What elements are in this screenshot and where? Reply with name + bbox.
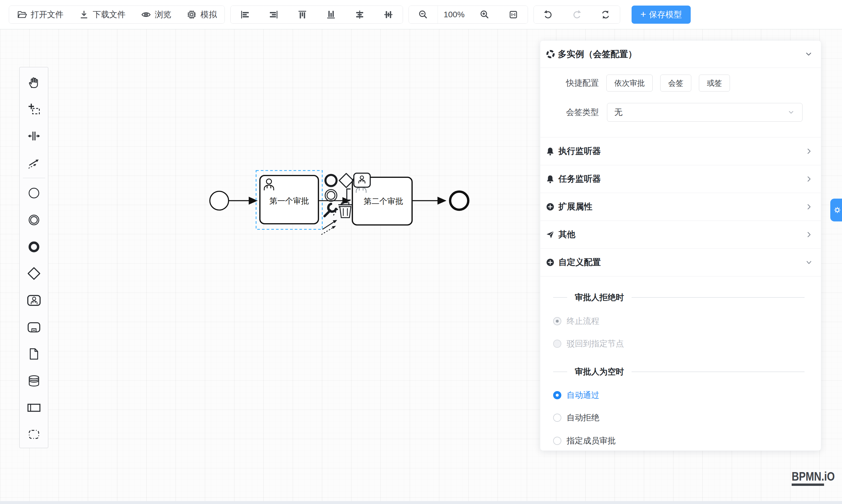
append-gateway-icon[interactable] xyxy=(339,174,353,187)
reset-button[interactable] xyxy=(591,6,620,23)
download-file-button[interactable]: 下载文件 xyxy=(71,6,133,23)
quick-option-countersign[interactable]: 会签 xyxy=(660,75,691,92)
start-event-shape[interactable] xyxy=(210,191,229,210)
append-intermediate-event-icon[interactable] xyxy=(325,190,337,201)
task-first-approval[interactable]: 第一个审批 xyxy=(260,176,318,224)
panel-header[interactable]: 多实例（会签配置） xyxy=(540,41,821,68)
radio-button[interactable] xyxy=(553,414,561,422)
radio-button[interactable] xyxy=(553,437,561,445)
open-file-button[interactable]: 打开文件 xyxy=(9,6,71,23)
open-file-label: 打开文件 xyxy=(31,9,64,20)
palette-data-store[interactable] xyxy=(20,367,48,394)
section-other[interactable]: 其他 xyxy=(540,220,821,248)
reject-subheading: 审批人拒绝时 xyxy=(540,287,821,308)
sign-type-label: 会签类型 xyxy=(540,107,599,118)
palette-intermediate-event[interactable] xyxy=(20,206,48,233)
section-extended-properties[interactable]: 扩展属性 xyxy=(540,193,821,220)
quick-option-sequential[interactable]: 依次审批 xyxy=(607,75,653,92)
align-top-icon xyxy=(297,10,308,20)
multi-instance-icon xyxy=(545,49,556,59)
bpmn-io-logo[interactable]: BPMN.iO xyxy=(792,470,835,486)
palette-user-task[interactable] xyxy=(20,287,48,314)
divider xyxy=(540,68,821,68)
palette-subprocess[interactable] xyxy=(20,314,48,341)
section-task-listener[interactable]: 任务监听器 xyxy=(540,165,821,193)
align-center-vertical-button[interactable] xyxy=(374,6,403,23)
chevron-right-icon xyxy=(805,202,813,211)
bell-icon xyxy=(545,174,555,184)
intermediate-event-icon xyxy=(27,213,41,227)
fit-viewport-button[interactable] xyxy=(499,6,528,23)
send-icon xyxy=(545,230,555,239)
divider xyxy=(540,276,821,276)
section-custom-config[interactable]: 自定义配置 xyxy=(540,248,821,276)
palette-start-event[interactable] xyxy=(20,180,48,207)
global-connect-tool[interactable] xyxy=(20,149,48,176)
radio-terminate-process[interactable]: 终止流程 xyxy=(540,311,821,331)
space-tool[interactable] xyxy=(20,123,48,149)
radio-label: 驳回到指定节点 xyxy=(567,338,624,349)
radio-return-to-node[interactable]: 驳回到指定节点 xyxy=(540,334,821,354)
sign-type-select[interactable]: 无 xyxy=(607,103,803,122)
chevron-down-icon xyxy=(805,258,813,267)
append-user-task-icon[interactable] xyxy=(354,173,370,187)
align-left-button[interactable] xyxy=(231,6,259,23)
connect-from-icon[interactable] xyxy=(321,220,337,235)
zoom-toolbar-group: 100% xyxy=(408,5,528,24)
palette-group[interactable] xyxy=(20,421,48,448)
end-event-icon xyxy=(27,240,41,254)
radio-auto-pass[interactable]: 自动通过 xyxy=(540,385,821,406)
bpmn-diagram: 第一个审批 第二个审批 xyxy=(205,161,483,246)
align-right-icon xyxy=(268,10,279,20)
align-right-button[interactable] xyxy=(259,6,288,23)
undo-button[interactable] xyxy=(534,6,562,23)
preview-label: 浏览 xyxy=(155,9,171,20)
radio-button[interactable] xyxy=(553,317,561,325)
quick-option-orsign[interactable]: 或签 xyxy=(699,75,730,92)
simulate-button[interactable]: 模拟 xyxy=(179,6,225,23)
zoom-out-button[interactable] xyxy=(409,6,438,23)
chevron-down-icon[interactable] xyxy=(804,50,813,59)
trash-icon[interactable] xyxy=(338,203,352,218)
zoom-in-button[interactable] xyxy=(470,6,499,23)
end-event-shape[interactable] xyxy=(450,192,468,210)
radio-assign-member[interactable]: 指定成员审批 xyxy=(540,431,821,451)
bpmn-io-logo-underline xyxy=(792,484,824,486)
lasso-icon xyxy=(27,102,41,116)
radio-label: 终止流程 xyxy=(567,316,599,327)
redo-icon xyxy=(572,10,582,20)
section-execution-listener[interactable]: 执行监听器 xyxy=(540,137,821,165)
undo-icon xyxy=(543,10,554,20)
radio-label: 指定成员审批 xyxy=(567,435,616,446)
preview-button[interactable]: 浏览 xyxy=(133,6,179,23)
hand-tool[interactable] xyxy=(20,69,48,96)
align-center-horizontal-icon xyxy=(354,10,365,20)
plus-icon: + xyxy=(641,9,646,19)
chevron-down-icon xyxy=(787,108,795,116)
data-object-icon xyxy=(27,347,41,361)
horizontal-scrollbar[interactable] xyxy=(0,501,842,504)
palette-end-event[interactable] xyxy=(20,233,48,260)
palette-gateway[interactable] xyxy=(20,260,48,287)
section-label: 其他 xyxy=(558,229,805,240)
palette-participant-pool[interactable] xyxy=(20,394,48,421)
radio-button[interactable] xyxy=(553,391,561,399)
redo-button[interactable] xyxy=(562,6,591,23)
radio-auto-reject[interactable]: 自动拒绝 xyxy=(540,408,821,428)
align-center-horizontal-button[interactable] xyxy=(345,6,374,23)
align-left-icon xyxy=(240,10,250,20)
reject-title: 审批人拒绝时 xyxy=(575,292,624,303)
radio-button[interactable] xyxy=(553,340,561,348)
reset-icon xyxy=(600,10,611,20)
group-icon xyxy=(27,428,41,441)
append-end-event-icon[interactable] xyxy=(326,175,337,186)
gear-icon xyxy=(832,204,842,216)
save-model-button[interactable]: + 保存模型 xyxy=(632,5,691,24)
gateway-icon xyxy=(27,267,41,281)
palette-data-object[interactable] xyxy=(20,341,48,367)
settings-tab[interactable] xyxy=(830,199,842,221)
align-bottom-button[interactable] xyxy=(317,6,345,23)
lasso-tool[interactable] xyxy=(20,96,48,123)
align-top-button[interactable] xyxy=(288,6,317,23)
panel-title: 多实例（会签配置） xyxy=(558,48,637,60)
